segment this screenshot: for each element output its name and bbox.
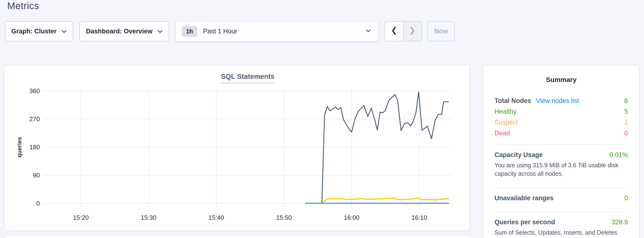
time-window-selector[interactable]: 1h Past 1 Hour: [176, 21, 378, 41]
time-window-badge: 1h: [182, 26, 197, 37]
node-status-list: Total NodesView nodes list 6 Healthy 5 S…: [494, 97, 628, 140]
svg-text:270: 270: [30, 115, 40, 123]
graph-source-dropdown[interactable]: Graph: Cluster: [5, 21, 73, 41]
statements-yellow-line: [306, 198, 448, 203]
suspect-nodes-label: Suspect: [494, 119, 518, 126]
suspect-nodes-row: Suspect 1: [494, 119, 628, 130]
now-button[interactable]: Now: [427, 21, 455, 41]
chevron-right-icon: [410, 27, 415, 36]
graph-source-dropdown-label: Graph: Cluster: [11, 28, 57, 35]
dead-nodes-value: 0: [624, 130, 628, 137]
page-title: Metrics: [7, 1, 39, 11]
svg-text:15:30: 15:30: [141, 214, 156, 221]
time-window-pager: [384, 21, 422, 41]
metrics-toolbar: Graph: Cluster Dashboard: Overview 1h Pa…: [5, 21, 455, 41]
svg-text:16:10: 16:10: [412, 214, 427, 221]
svg-text:360: 360: [30, 87, 40, 94]
healthy-nodes-label: Healthy: [494, 108, 516, 115]
healthy-nodes-row: Healthy 5: [494, 108, 628, 119]
summary-panel: Summary Total NodesView nodes list 6 Hea…: [484, 65, 639, 238]
queries-per-second-label: Queries per second: [494, 218, 555, 226]
svg-text:15:40: 15:40: [208, 214, 224, 221]
previous-time-window-button[interactable]: [385, 22, 403, 41]
healthy-nodes-value: 5: [624, 108, 628, 115]
capacity-usage-section: Capacity Usage 0.01% You are using 315.9…: [494, 145, 628, 178]
capacity-usage-value: 0.01%: [610, 151, 628, 159]
sql-statements-chart[interactable]: 09018027036015:2015:3015:4015:5016:0016:…: [4, 65, 469, 230]
sql-statements-chart-card: SQL Statements 09018027036015:2015:3015:…: [4, 65, 469, 230]
queries-per-second-section: Queries per second 328.9 Sum of Selects,…: [494, 212, 628, 238]
statements-dark-blue-line: [306, 92, 448, 203]
svg-text:16:00: 16:00: [344, 214, 360, 221]
unavailable-ranges-section: Unavailable ranges 0: [494, 188, 628, 202]
svg-text:queries: queries: [16, 137, 22, 157]
queries-per-second-value: 328.9: [612, 218, 628, 226]
summary-panel-title: Summary: [494, 65, 628, 84]
total-nodes-label: Total Nodes: [494, 97, 531, 104]
chevron-left-icon: [391, 27, 396, 36]
svg-text:0: 0: [36, 200, 40, 207]
svg-text:15:50: 15:50: [276, 214, 292, 221]
unavailable-ranges-value: 0: [624, 194, 628, 202]
dashboard-dropdown-label: Dashboard: Overview: [86, 28, 152, 35]
unavailable-ranges-label: Unavailable ranges: [494, 194, 554, 202]
suspect-nodes-value: 1: [624, 119, 628, 126]
dead-nodes-row: Dead 0: [494, 130, 628, 140]
view-nodes-list-link[interactable]: View nodes list: [536, 97, 579, 104]
dead-nodes-label: Dead: [494, 130, 510, 137]
svg-text:15:20: 15:20: [73, 214, 89, 221]
next-chart-card-partial: [4, 235, 469, 238]
chevron-down-icon: [158, 28, 163, 35]
chevron-down-icon: [366, 29, 371, 34]
capacity-usage-label: Capacity Usage: [494, 151, 543, 159]
svg-text:180: 180: [30, 144, 40, 151]
svg-text:90: 90: [33, 172, 40, 179]
queries-per-second-caption: Sum of Selects, Updates, Inserts, and De…: [494, 228, 628, 238]
time-window-label: Past 1 Hour: [203, 28, 366, 35]
next-time-window-button[interactable]: [403, 22, 422, 41]
chevron-down-icon: [62, 28, 67, 35]
dashboard-dropdown[interactable]: Dashboard: Overview: [80, 21, 169, 41]
total-nodes-row: Total NodesView nodes list 6: [494, 97, 628, 108]
capacity-usage-caption: You are using 315.9 MiB of 3.6 TiB usabl…: [494, 161, 628, 178]
total-nodes-value: 6: [624, 97, 628, 104]
